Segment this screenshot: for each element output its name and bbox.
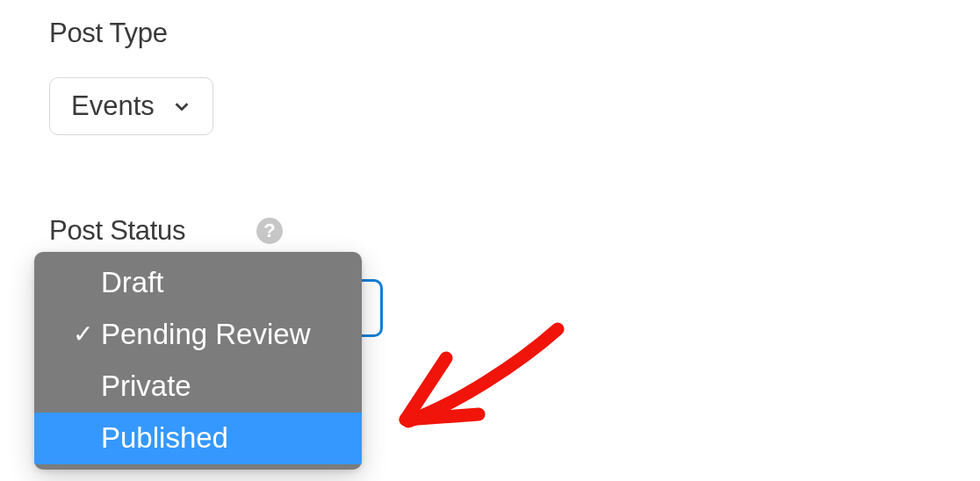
dropdown-item-label: Pending Review [101,318,310,350]
post-type-selected-value: Events [71,90,155,122]
post-status-dropdown[interactable]: Draft ✓ Pending Review Private Published [34,252,362,470]
post-status-label: Post Status [49,215,185,246]
dropdown-item-published[interactable]: Published [34,413,362,464]
dropdown-item-pending-review[interactable]: ✓ Pending Review [34,309,362,361]
dropdown-item-private[interactable]: Private [34,361,362,413]
dropdown-item-label: Private [101,370,191,402]
post-type-select[interactable]: Events [49,77,213,135]
chevron-down-icon [170,95,193,118]
dropdown-item-draft[interactable]: Draft [34,257,362,309]
help-glyph: ? [263,219,275,242]
help-icon[interactable]: ? [256,218,283,244]
dropdown-item-label: Published [101,421,228,454]
check-icon: ✓ [73,319,93,350]
dropdown-item-label: Draft [101,266,164,298]
annotation-arrow-icon [378,325,588,469]
post-type-label: Post Type [49,18,168,48]
